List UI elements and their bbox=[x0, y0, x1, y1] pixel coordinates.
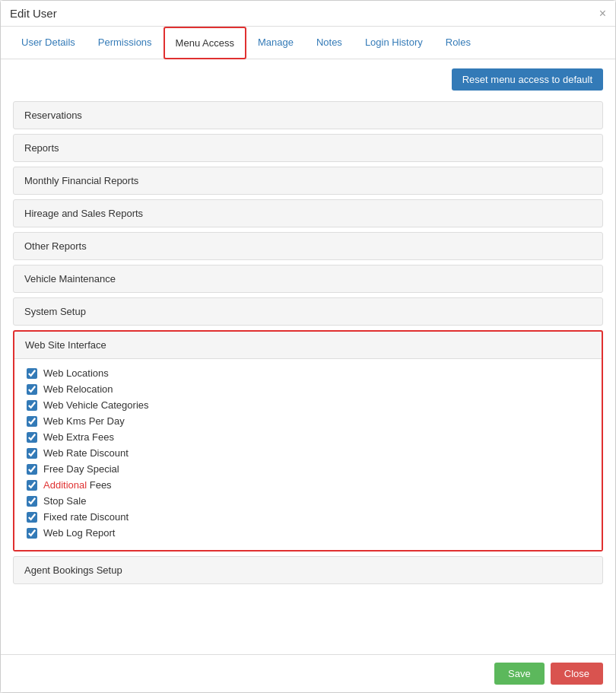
checkbox-web-vehicle-categories[interactable] bbox=[27, 400, 37, 411]
checkbox-stop-sale[interactable] bbox=[27, 496, 37, 507]
checkbox-item-additional-fees: Additional Fees bbox=[27, 477, 589, 493]
section-agent-bookings-setup: Agent Bookings Setup bbox=[13, 556, 603, 584]
section-vehicle-maintenance: Vehicle Maintenance bbox=[13, 265, 603, 293]
checkbox-item-web-log-report: Web Log Report bbox=[27, 525, 589, 541]
reset-menu-access-button[interactable]: Reset menu access to default bbox=[452, 68, 603, 91]
section-header-web-site-interface[interactable]: Web Site Interface bbox=[14, 332, 602, 358]
checkbox-item-web-kms-per-day: Web Kms Per Day bbox=[27, 413, 589, 429]
label-web-extra-fees: Web Extra Fees bbox=[43, 431, 114, 443]
checkbox-fixed-rate-discount[interactable] bbox=[27, 512, 37, 523]
sections-container: ReservationsReportsMonthly Financial Rep… bbox=[13, 101, 603, 584]
checkbox-item-web-locations: Web Locations bbox=[27, 365, 589, 381]
section-other-reports: Other Reports bbox=[13, 232, 603, 260]
label-web-relocation: Web Relocation bbox=[43, 383, 113, 395]
checkbox-web-relocation[interactable] bbox=[27, 384, 37, 395]
section-web-site-interface: Web Site InterfaceWeb LocationsWeb Reloc… bbox=[13, 330, 603, 552]
modal-close-x[interactable]: × bbox=[599, 8, 606, 20]
section-header-reservations[interactable]: Reservations bbox=[14, 102, 602, 129]
tab-notes[interactable]: Notes bbox=[305, 27, 354, 59]
section-header-reports[interactable]: Reports bbox=[14, 135, 602, 161]
section-header-other-reports[interactable]: Other Reports bbox=[14, 233, 602, 259]
checkbox-web-log-report[interactable] bbox=[27, 528, 37, 539]
tab-manage[interactable]: Manage bbox=[246, 27, 305, 59]
label-fixed-rate-discount: Fixed rate Discount bbox=[43, 511, 129, 523]
tab-bar: User DetailsPermissionsMenu AccessManage… bbox=[1, 27, 615, 59]
label-web-vehicle-categories: Web Vehicle Categories bbox=[43, 399, 149, 411]
modal-body: Reset menu access to default Reservation… bbox=[1, 59, 615, 654]
tab-roles[interactable]: Roles bbox=[434, 27, 482, 59]
label-web-rate-discount: Web Rate Discount bbox=[43, 447, 129, 459]
checkbox-item-web-extra-fees: Web Extra Fees bbox=[27, 429, 589, 445]
label-additional-fees: Additional Fees bbox=[43, 479, 112, 491]
section-hireage-sales-reports: Hireage and Sales Reports bbox=[13, 199, 603, 227]
save-button[interactable]: Save bbox=[494, 663, 545, 685]
label-stop-sale: Stop Sale bbox=[43, 495, 86, 507]
label-web-locations: Web Locations bbox=[43, 367, 109, 379]
tab-login-history[interactable]: Login History bbox=[354, 27, 434, 59]
modal-title: Edit User bbox=[10, 7, 57, 20]
modal-footer: Save Close bbox=[1, 654, 615, 692]
edit-user-modal: Edit User × User DetailsPermissionsMenu … bbox=[0, 0, 616, 693]
section-reports: Reports bbox=[13, 134, 603, 162]
checkbox-additional-fees[interactable] bbox=[27, 480, 37, 491]
section-body-web-site-interface: Web LocationsWeb RelocationWeb Vehicle C… bbox=[14, 358, 602, 550]
checkbox-item-stop-sale: Stop Sale bbox=[27, 493, 589, 509]
tab-menu-access[interactable]: Menu Access bbox=[164, 27, 246, 59]
label-web-log-report: Web Log Report bbox=[43, 527, 115, 539]
checkbox-web-kms-per-day[interactable] bbox=[27, 416, 37, 427]
section-header-agent-bookings-setup[interactable]: Agent Bookings Setup bbox=[14, 557, 602, 583]
label-free-day-special: Free Day Special bbox=[43, 463, 119, 475]
modal-header: Edit User × bbox=[1, 1, 615, 27]
section-monthly-financial-reports: Monthly Financial Reports bbox=[13, 167, 603, 195]
checkbox-item-web-rate-discount: Web Rate Discount bbox=[27, 445, 589, 461]
section-header-hireage-sales-reports[interactable]: Hireage and Sales Reports bbox=[14, 200, 602, 227]
checkbox-web-locations[interactable] bbox=[27, 368, 37, 379]
section-header-monthly-financial-reports[interactable]: Monthly Financial Reports bbox=[14, 167, 602, 194]
checkbox-item-web-vehicle-categories: Web Vehicle Categories bbox=[27, 397, 589, 413]
toolbar: Reset menu access to default bbox=[13, 68, 603, 91]
section-reservations: Reservations bbox=[13, 101, 603, 129]
tab-permissions[interactable]: Permissions bbox=[87, 27, 164, 59]
tab-user-details[interactable]: User Details bbox=[10, 27, 87, 59]
close-button[interactable]: Close bbox=[551, 663, 603, 685]
section-system-setup: System Setup bbox=[13, 297, 603, 326]
label-web-kms-per-day: Web Kms Per Day bbox=[43, 415, 125, 427]
checkbox-web-extra-fees[interactable] bbox=[27, 432, 37, 443]
section-header-vehicle-maintenance[interactable]: Vehicle Maintenance bbox=[14, 265, 602, 292]
checkbox-item-fixed-rate-discount: Fixed rate Discount bbox=[27, 509, 589, 525]
section-header-system-setup[interactable]: System Setup bbox=[14, 298, 602, 325]
checkbox-free-day-special[interactable] bbox=[27, 464, 37, 475]
checkbox-item-web-relocation: Web Relocation bbox=[27, 381, 589, 397]
checkbox-web-rate-discount[interactable] bbox=[27, 448, 37, 459]
checkbox-item-free-day-special: Free Day Special bbox=[27, 461, 589, 477]
